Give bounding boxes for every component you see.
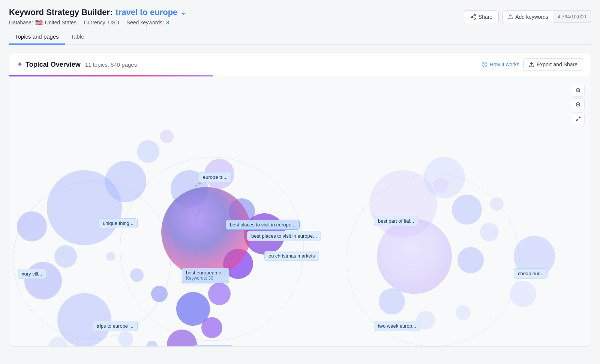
zoom-fit-button[interactable] bbox=[572, 112, 585, 125]
export-share-button[interactable]: Export and Share bbox=[523, 58, 583, 70]
svg-point-20 bbox=[118, 331, 133, 346]
add-keywords-group: Add keywords 4,764/10,000 bbox=[502, 10, 591, 23]
seed-keywords-count: 3 bbox=[166, 19, 169, 25]
how-it-works-label: How it works bbox=[490, 61, 519, 67]
currency-label: Currency: USD bbox=[84, 19, 119, 25]
tab-bar: Topics and pages Table bbox=[9, 30, 591, 45]
svg-point-18 bbox=[24, 262, 62, 300]
svg-point-37 bbox=[424, 157, 465, 198]
project-name[interactable]: travel to europe bbox=[116, 7, 177, 17]
tab-topics-and-pages[interactable]: Topics and pages bbox=[9, 30, 65, 45]
zoom-in-button[interactable] bbox=[572, 84, 585, 97]
svg-point-39 bbox=[377, 219, 452, 294]
flag-icon: 🇺🇸 bbox=[35, 19, 43, 26]
svg-point-31 bbox=[130, 268, 144, 282]
svg-point-2 bbox=[474, 18, 476, 19]
export-share-label: Export and Share bbox=[537, 61, 578, 67]
svg-point-0 bbox=[474, 14, 476, 16]
visualization-area[interactable]: subs topic pillar europe tri... best pla… bbox=[9, 76, 591, 346]
share-icon bbox=[470, 14, 476, 20]
svg-point-46 bbox=[433, 178, 448, 193]
svg-point-1 bbox=[471, 16, 472, 18]
header-actions: Share Add keywords 4,764/10,000 bbox=[464, 10, 591, 23]
database-value: United States bbox=[45, 19, 76, 25]
svg-point-22 bbox=[106, 252, 115, 261]
tab-table[interactable]: Table bbox=[65, 30, 90, 45]
zoom-out-button[interactable] bbox=[572, 98, 585, 111]
svg-point-41 bbox=[480, 223, 499, 241]
upload-icon bbox=[507, 14, 513, 19]
svg-point-12 bbox=[17, 211, 47, 241]
fit-icon bbox=[576, 116, 581, 121]
share-label: Share bbox=[478, 14, 492, 20]
card-title-text: Topical Overview bbox=[26, 61, 81, 69]
card-actions: How it works Export and Share bbox=[482, 58, 583, 70]
svg-point-38 bbox=[452, 195, 482, 225]
svg-point-44 bbox=[416, 311, 435, 330]
meta-info: Database: 🇺🇸 United States Currency: USD… bbox=[9, 19, 186, 26]
chevron-down-icon[interactable]: ⌄ bbox=[180, 8, 186, 16]
header-left: Keyword Strategy Builder: travel to euro… bbox=[9, 7, 186, 26]
svg-point-48 bbox=[510, 281, 536, 307]
svg-line-3 bbox=[472, 17, 474, 18]
main-card: ✦ Topical Overview 11 topics, 540 pages … bbox=[9, 52, 591, 347]
svg-line-50 bbox=[579, 91, 580, 93]
svg-point-42 bbox=[490, 197, 504, 211]
svg-point-28 bbox=[208, 283, 231, 305]
sparkle-icon: ✦ bbox=[17, 60, 22, 69]
help-icon bbox=[482, 61, 488, 67]
zoom-out-icon bbox=[576, 102, 581, 107]
how-it-works-button[interactable]: How it works bbox=[482, 61, 519, 67]
svg-point-45 bbox=[456, 305, 471, 320]
share-button[interactable]: Share bbox=[464, 10, 499, 23]
svg-line-4 bbox=[472, 15, 474, 16]
page-header: Keyword Strategy Builder: travel to euro… bbox=[9, 7, 591, 26]
svg-point-19 bbox=[57, 293, 111, 346]
zoom-in-icon bbox=[576, 88, 581, 93]
svg-point-32 bbox=[201, 317, 222, 338]
bubble-chart-svg: subs topic pillar bbox=[9, 76, 591, 346]
svg-line-54 bbox=[579, 106, 580, 107]
svg-point-16 bbox=[160, 130, 174, 143]
topics-count: 11 topics, 540 pages bbox=[85, 61, 137, 68]
export-icon bbox=[529, 62, 534, 67]
database-label: Database: bbox=[9, 19, 33, 25]
svg-point-30 bbox=[151, 286, 168, 302]
seed-keywords-label: Seed keywords: bbox=[127, 19, 164, 25]
svg-point-47 bbox=[514, 236, 555, 277]
svg-point-15 bbox=[137, 140, 159, 163]
svg-point-40 bbox=[458, 247, 484, 273]
svg-point-17 bbox=[54, 245, 77, 268]
keywords-count-badge: 4,764/10,000 bbox=[553, 10, 591, 23]
svg-point-43 bbox=[379, 288, 405, 315]
zoom-controls bbox=[572, 84, 585, 125]
card-title-group: ✦ Topical Overview 11 topics, 540 pages bbox=[17, 60, 137, 69]
svg-point-24 bbox=[204, 159, 234, 189]
add-keywords-button[interactable]: Add keywords bbox=[502, 10, 553, 23]
add-keywords-label: Add keywords bbox=[515, 14, 548, 20]
title-prefix: Keyword Strategy Builder: bbox=[9, 7, 112, 17]
svg-point-14 bbox=[105, 161, 146, 202]
svg-point-35 bbox=[161, 187, 251, 277]
svg-point-34 bbox=[146, 341, 158, 346]
card-header: ✦ Topical Overview 11 topics, 540 pages … bbox=[9, 52, 591, 75]
svg-point-33 bbox=[167, 330, 197, 346]
page-title: Keyword Strategy Builder: travel to euro… bbox=[9, 7, 186, 17]
